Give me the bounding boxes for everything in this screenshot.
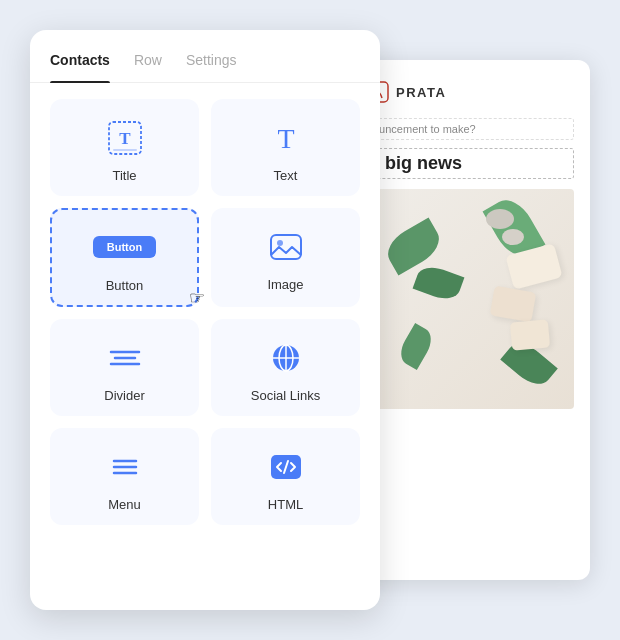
- component-grid: T Title T Text Button: [30, 83, 380, 541]
- grid-item-text-label: Text: [274, 168, 298, 183]
- preview-content: PRATA ouncement to make? r big news: [350, 60, 590, 409]
- cursor-icon: ☞: [189, 287, 205, 309]
- stone-1: [486, 209, 514, 229]
- grid-item-menu[interactable]: Menu: [50, 428, 199, 525]
- grid-item-menu-label: Menu: [108, 497, 141, 512]
- leaf-decoration-1: [381, 218, 446, 276]
- preview-announcement: ouncement to make?: [366, 118, 574, 140]
- menu-icon: [105, 447, 145, 487]
- grid-item-image[interactable]: Image: [211, 208, 360, 307]
- grid-item-button[interactable]: Button Button ☞: [50, 208, 199, 307]
- svg-rect-5: [271, 235, 301, 259]
- preview-logo: PRATA: [366, 80, 574, 104]
- grid-item-html[interactable]: HTML: [211, 428, 360, 525]
- grid-item-button-label: Button: [106, 278, 144, 293]
- soap-3: [510, 319, 550, 350]
- social-links-icon: [266, 338, 306, 378]
- stone-2: [502, 229, 524, 245]
- leaf-decoration-4: [395, 323, 437, 370]
- svg-text:T: T: [119, 129, 131, 148]
- main-container: PRATA ouncement to make? r big news: [30, 30, 590, 610]
- tabs-bar: Contacts Row Settings: [30, 34, 380, 83]
- grid-item-html-label: HTML: [268, 497, 303, 512]
- preview-panel: PRATA ouncement to make? r big news: [350, 60, 590, 580]
- button-preview-label: Button: [93, 236, 156, 258]
- soap-2: [490, 286, 537, 323]
- grid-item-divider-label: Divider: [104, 388, 144, 403]
- html-icon: [266, 447, 306, 487]
- grid-item-image-label: Image: [267, 277, 303, 292]
- grid-item-social-links-label: Social Links: [251, 388, 320, 403]
- tab-row[interactable]: Row: [134, 34, 162, 82]
- preview-logo-text: PRATA: [396, 85, 446, 100]
- tab-contacts[interactable]: Contacts: [50, 34, 110, 82]
- image-icon: [266, 227, 306, 267]
- grid-item-title-label: Title: [112, 168, 136, 183]
- button-icon: Button: [105, 228, 145, 268]
- divider-icon: [105, 338, 145, 378]
- svg-point-6: [277, 240, 283, 246]
- svg-rect-3: [113, 149, 137, 151]
- svg-text:T: T: [277, 123, 294, 154]
- grid-item-title[interactable]: T Title: [50, 99, 199, 196]
- preview-image: [366, 189, 574, 409]
- preview-headline: r big news: [366, 148, 574, 179]
- title-icon: T: [105, 118, 145, 158]
- text-icon: T: [266, 118, 306, 158]
- leaf-decoration-2: [413, 262, 465, 304]
- grid-item-text[interactable]: T Text: [211, 99, 360, 196]
- tab-settings[interactable]: Settings: [186, 34, 237, 82]
- grid-item-social-links[interactable]: Social Links: [211, 319, 360, 416]
- grid-item-divider[interactable]: Divider: [50, 319, 199, 416]
- main-panel: Contacts Row Settings T Title: [30, 30, 380, 610]
